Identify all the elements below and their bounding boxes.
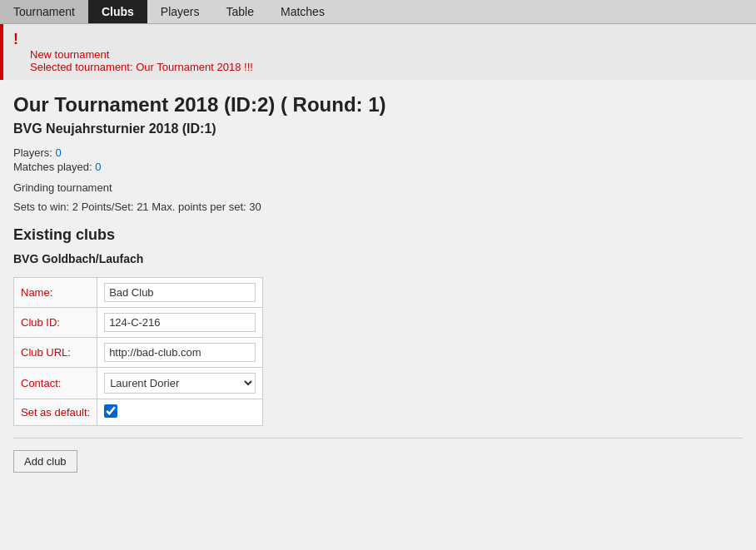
cluburl-input[interactable] [104, 343, 256, 362]
alert-icon: ! [13, 31, 18, 48]
contact-label: Contact: [14, 368, 97, 399]
players-value: 0 [56, 146, 62, 159]
tournament-type: Grinding tournament [13, 181, 743, 194]
main-content: Our Tournament 2018 (ID:2) ( Round: 1) B… [0, 80, 756, 486]
name-label: Name: [14, 278, 97, 308]
page-title: Our Tournament 2018 (ID:2) ( Round: 1) [13, 93, 743, 116]
name-input[interactable] [104, 283, 256, 302]
clubid-label: Club ID: [14, 308, 97, 338]
add-club-button[interactable]: Add club [13, 450, 77, 473]
contact-select[interactable]: Laurent Dorier [104, 373, 256, 394]
subtitle: BVG Neujahrsturnier 2018 (ID:1) [13, 121, 743, 136]
contact-row: Contact: Laurent Dorier [14, 368, 263, 399]
alert-line1: New tournament [30, 48, 746, 61]
cluburl-row: Club URL: [14, 338, 263, 368]
tab-clubs[interactable]: Clubs [88, 0, 147, 23]
cluburl-label: Club URL: [14, 338, 97, 368]
tab-table[interactable]: Table [213, 0, 267, 23]
section-title: Existing clubs [13, 226, 743, 244]
tab-players[interactable]: Players [147, 0, 213, 23]
divider [13, 438, 743, 439]
info-section: Players: 0 Matches played: 0 [13, 146, 743, 173]
tab-matches[interactable]: Matches [267, 0, 338, 23]
matches-label: Matches played: [13, 161, 92, 173]
sets-info: Sets to win: 2 Points/Set: 21 Max. point… [13, 201, 743, 213]
default-row: Set as default: [14, 399, 263, 426]
alert-line2: Selected tournament: Our Tournament 2018… [30, 61, 746, 73]
club-name: BVG Goldbach/Laufach [13, 252, 743, 265]
default-checkbox[interactable] [104, 404, 117, 418]
default-label: Set as default: [14, 399, 97, 426]
tab-tournament[interactable]: Tournament [0, 0, 88, 23]
nav-tabs: Tournament Clubs Players Table Matches [0, 0, 756, 24]
name-row: Name: [14, 278, 263, 308]
players-row: Players: 0 [13, 146, 743, 159]
matches-value: 0 [95, 161, 101, 173]
clubid-row: Club ID: [14, 308, 263, 338]
matches-row: Matches played: 0 [13, 161, 743, 173]
club-form: Name: Club ID: Club URL: Contact: Lauren… [13, 277, 263, 426]
alert-box: ! New tournament Selected tournament: Ou… [0, 24, 756, 80]
clubid-input[interactable] [104, 313, 256, 332]
players-label: Players: [13, 146, 52, 159]
